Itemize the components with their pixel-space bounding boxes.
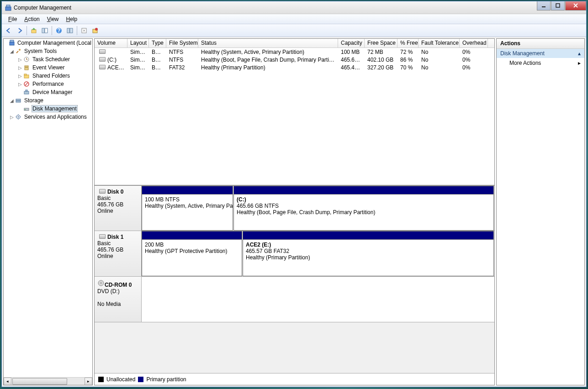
- legend-label-primary: Primary partition: [146, 376, 186, 383]
- disk-type: Basic: [97, 195, 111, 201]
- actions-header: Actions: [497, 39, 584, 49]
- device-icon: [23, 89, 30, 96]
- disk-info[interactable]: CD-ROM 0 DVD (D:) No Media: [95, 277, 142, 322]
- expand-icon[interactable]: ▷: [17, 82, 23, 87]
- legend-swatch-unallocated: [98, 377, 104, 382]
- tree-root[interactable]: Computer Management (Local: [4, 39, 92, 47]
- svg-rect-27: [16, 101, 21, 102]
- svg-rect-5: [42, 28, 44, 33]
- partition[interactable]: ACE2 (E:) 465.57 GB FAT32 Healthy (Prima…: [243, 231, 494, 276]
- disk-info[interactable]: Disk 1 Basic 465.76 GB Online: [95, 231, 142, 276]
- disk-type: Basic: [97, 240, 111, 247]
- minimize-button[interactable]: [537, 1, 551, 11]
- refresh-button[interactable]: [79, 26, 89, 36]
- svg-point-16: [19, 49, 21, 51]
- tree-systools[interactable]: ◢ System Tools: [4, 47, 92, 55]
- folder-icon: [23, 72, 30, 79]
- menu-file[interactable]: File: [5, 15, 21, 23]
- svg-point-33: [101, 283, 102, 284]
- actions-section[interactable]: Disk Management ▴: [497, 49, 584, 58]
- expand-icon[interactable]: ▷: [17, 57, 23, 62]
- col-capacity[interactable]: Capacity: [338, 39, 365, 47]
- volume-icon: [99, 65, 106, 69]
- partition-info: 465.57 GB FAT32: [246, 248, 289, 254]
- tree-scrollbar[interactable]: ◂ ▸: [4, 377, 92, 385]
- scroll-left-button[interactable]: ◂: [4, 378, 11, 385]
- tree-device-manager[interactable]: Device Manager: [4, 88, 92, 96]
- menu-action[interactable]: Action: [21, 15, 43, 23]
- svg-text:?: ?: [57, 27, 60, 34]
- help-button[interactable]: ?: [54, 26, 64, 36]
- col-layout[interactable]: Layout: [127, 39, 149, 47]
- partition[interactable]: 200 MB Healthy (GPT Protective Partition…: [142, 231, 242, 276]
- tree-storage[interactable]: ◢ Storage: [4, 96, 92, 105]
- menu-help[interactable]: Help: [63, 15, 81, 23]
- tree-services[interactable]: ▷ Services and Applications: [4, 113, 92, 121]
- legend-label-unallocated: Unallocated: [106, 376, 135, 383]
- disk-info[interactable]: Disk 0 Basic 465.76 GB Online: [95, 186, 142, 231]
- scroll-right-button[interactable]: ▸: [85, 378, 92, 385]
- disk-status: No Media: [97, 301, 121, 307]
- svg-rect-1: [6, 5, 10, 7]
- actions-more-label: More Actions: [509, 60, 541, 66]
- svg-rect-24: [24, 91, 29, 94]
- services-icon: [15, 113, 22, 121]
- maximize-button[interactable]: [551, 1, 565, 11]
- svg-rect-15: [10, 40, 14, 42]
- col-overhead[interactable]: Overhead: [460, 39, 488, 47]
- disk-graphic-panel: Disk 0 Basic 465.76 GB Online 100 MB NTF…: [95, 185, 494, 385]
- col-freespace[interactable]: Free Space: [365, 39, 397, 47]
- col-fault[interactable]: Fault Tolerance: [418, 39, 460, 47]
- partition-health: Healthy (Primary Partition): [246, 254, 310, 261]
- expand-icon[interactable]: ▷: [9, 115, 15, 120]
- actions-more[interactable]: More Actions ▸: [497, 58, 584, 68]
- back-button[interactable]: [4, 26, 14, 36]
- col-status[interactable]: Status: [198, 39, 338, 47]
- actions-section-label: Disk Management: [500, 50, 545, 57]
- show-hide-tree-button[interactable]: [40, 26, 50, 36]
- expand-icon[interactable]: ▷: [17, 65, 23, 70]
- properties-button[interactable]: [90, 26, 100, 36]
- col-pctfree[interactable]: % Free: [397, 39, 418, 47]
- col-filesystem[interactable]: File System: [166, 39, 198, 47]
- volume-row[interactable]: SimpleBasicNTFSHealthy (System, Active, …: [95, 48, 494, 56]
- expand-icon[interactable]: ▷: [17, 74, 23, 79]
- disk-type: DVD (D:): [97, 288, 120, 294]
- col-type[interactable]: Type: [149, 39, 166, 47]
- chevron-right-icon: ▸: [578, 60, 581, 66]
- close-button[interactable]: [565, 1, 586, 11]
- col-volume[interactable]: Volume: [95, 39, 127, 47]
- titlebar[interactable]: Computer Management: [2, 1, 586, 14]
- scroll-thumb[interactable]: [12, 378, 67, 385]
- volume-row[interactable]: ACE2 (E:)SimpleBasicFAT32Healthy (Primar…: [95, 63, 494, 71]
- tree-performance[interactable]: ▷ Performance: [4, 80, 92, 88]
- tree-label: Device Manager: [32, 89, 73, 96]
- volume-row[interactable]: (C:)SimpleBasicNTFSHealthy (Boot, Page F…: [95, 56, 494, 63]
- computer-icon: [9, 39, 15, 47]
- tree-label: Event Viewer: [32, 64, 65, 71]
- tree-label: Shared Folders: [32, 72, 71, 79]
- menu-view[interactable]: View: [43, 15, 63, 23]
- tree-disk-management[interactable]: Disk Management: [4, 105, 92, 113]
- up-button[interactable]: [29, 26, 39, 36]
- collapse-icon[interactable]: ◢: [9, 49, 15, 54]
- svg-rect-22: [24, 74, 26, 75]
- tree-label: Services and Applications: [23, 113, 88, 121]
- partition-health: Healthy (System, Active, Primary Partiti…: [145, 203, 233, 209]
- clock-icon: [23, 56, 30, 63]
- partition-info: 465.66 GB NTFS: [237, 203, 279, 209]
- svg-rect-0: [5, 7, 11, 11]
- tree-panel: Computer Management (Local ◢ System Tool…: [3, 38, 93, 385]
- legend-swatch-primary: [138, 377, 143, 382]
- tree-task-scheduler[interactable]: ▷ Task Scheduler: [4, 55, 92, 63]
- forward-button[interactable]: [15, 26, 25, 36]
- settings-button[interactable]: [65, 26, 75, 36]
- tree-event-viewer[interactable]: ▷ Event Viewer: [4, 63, 92, 72]
- svg-rect-6: [45, 28, 48, 33]
- partition[interactable]: 100 MB NTFS Healthy (System, Active, Pri…: [142, 186, 233, 231]
- partition-health: Healthy (GPT Protective Partition): [145, 248, 228, 254]
- partition[interactable]: (C:) 465.66 GB NTFS Healthy (Boot, Page …: [233, 186, 494, 231]
- collapse-icon[interactable]: ◢: [9, 98, 15, 103]
- tree-shared-folders[interactable]: ▷ Shared Folders: [4, 72, 92, 80]
- volume-list[interactable]: SimpleBasicNTFSHealthy (System, Active, …: [95, 48, 494, 185]
